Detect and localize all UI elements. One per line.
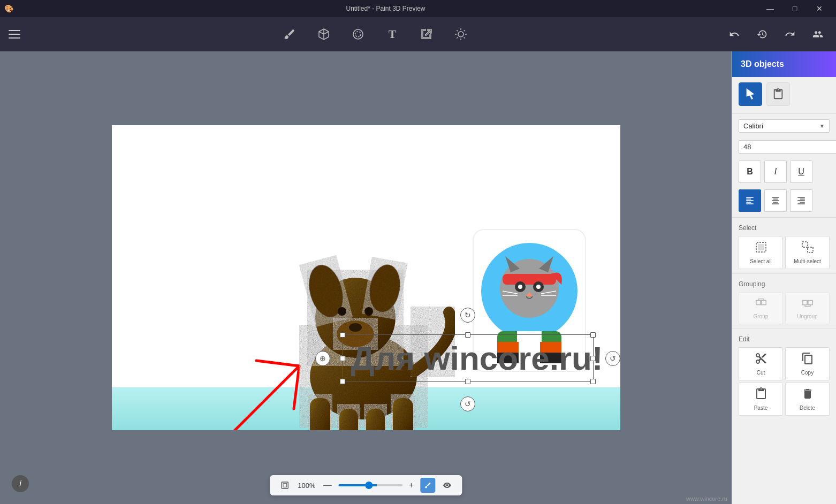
move-handle-right[interactable]: ↺	[605, 351, 620, 366]
window-title: Untitled* - Paint 3D Preview	[13, 5, 758, 12]
effects-tool[interactable]	[450, 24, 472, 45]
brush-tool[interactable]	[279, 24, 300, 45]
minimize-button[interactable]: —	[758, 0, 782, 17]
status-bar: 100% — +	[270, 475, 462, 495]
window-controls: — □ ✕	[758, 0, 832, 17]
select-grid: Select all Multi-select	[739, 236, 830, 269]
panel-header: 3D objects	[732, 51, 836, 77]
close-button[interactable]: ✕	[807, 0, 832, 17]
select-all-button[interactable]: Select all	[739, 236, 783, 269]
paint-mode-button[interactable]	[420, 478, 435, 493]
svg-point-24	[518, 285, 522, 289]
handle-top-right[interactable]	[590, 332, 596, 338]
svg-point-2	[458, 32, 463, 37]
svg-point-25	[536, 285, 541, 289]
zoom-label: 100%	[297, 482, 317, 490]
select-mode-button[interactable]	[739, 82, 762, 106]
redo-button[interactable]	[780, 25, 800, 44]
ungroup-button[interactable]: Ungroup	[785, 292, 830, 324]
frame-icon-btn[interactable]	[277, 478, 292, 493]
italic-button[interactable]: I	[764, 161, 787, 183]
svg-point-1	[355, 32, 361, 37]
delete-button[interactable]: Delete	[785, 383, 830, 416]
align-right-button[interactable]	[790, 189, 812, 212]
svg-rect-43	[756, 300, 760, 304]
history-button[interactable]	[753, 25, 772, 44]
handle-mid-right[interactable]	[590, 356, 596, 361]
group-label: Group	[754, 314, 769, 319]
svg-rect-45	[802, 300, 807, 304]
align-center-button[interactable]	[764, 189, 787, 212]
rotate-handle-top[interactable]: ↻	[460, 308, 475, 323]
watermark: www.wincore.ru	[686, 495, 727, 502]
handle-mid-left[interactable]	[340, 356, 345, 361]
canvas-text[interactable]: Для wincore.ru!	[343, 335, 593, 381]
paste-icon	[755, 387, 767, 403]
select-all-label: Select all	[750, 258, 772, 264]
ungroup-label: Ungroup	[797, 314, 817, 319]
group-icon	[755, 297, 767, 311]
ungroup-icon	[802, 297, 814, 311]
font-dropdown-icon: ▼	[819, 123, 825, 129]
divider-2	[732, 217, 836, 218]
handle-bottom-right[interactable]	[590, 379, 596, 384]
handle-bottom-left[interactable]	[340, 379, 345, 384]
align-row	[739, 189, 830, 212]
svg-rect-41	[802, 242, 808, 247]
zoom-slider[interactable]	[338, 484, 402, 486]
svg-point-9	[349, 323, 362, 332]
move-handle-left[interactable]: ⊕	[315, 351, 330, 366]
svg-point-18	[500, 259, 559, 318]
multi-select-icon	[801, 241, 814, 256]
canvas-area[interactable]: ↻ ⊕ Для wincore.ru! ↺ ↺	[0, 51, 732, 504]
underline-button[interactable]: U	[790, 161, 812, 183]
font-size-input[interactable]	[739, 140, 836, 154]
text-format-row: B I U	[739, 161, 830, 183]
grouping-grid: Group Ungroup	[739, 292, 830, 324]
hamburger-menu[interactable]	[9, 26, 26, 43]
info-button[interactable]: i	[12, 475, 29, 492]
handle-bottom-center[interactable]	[465, 379, 470, 384]
zoom-in-button[interactable]: +	[407, 480, 416, 490]
grouping-section-label: Grouping	[739, 280, 830, 288]
font-name: Calibri	[743, 122, 819, 130]
cut-button[interactable]: Cut	[739, 347, 783, 380]
titlebar: 🎨 Untitled* - Paint 3D Preview — □ ✕	[0, 0, 836, 17]
undo-button[interactable]	[725, 25, 744, 44]
align-left-button[interactable]	[739, 189, 761, 212]
sticker-tool[interactable]	[347, 24, 369, 45]
main-area: ↻ ⊕ Для wincore.ru! ↺ ↺	[0, 51, 836, 504]
svg-rect-37	[282, 482, 288, 488]
text-tool[interactable]: T	[382, 24, 403, 45]
divider-1	[732, 113, 836, 114]
toolbar-right-actions	[725, 25, 827, 44]
svg-point-11	[364, 307, 373, 316]
3d-object-tool[interactable]	[313, 24, 335, 45]
group-button[interactable]: Group	[739, 292, 783, 324]
svg-rect-42	[808, 247, 813, 253]
maximize-button[interactable]: □	[782, 0, 807, 17]
paste-button[interactable]: Paste	[739, 383, 783, 416]
text-box-container[interactable]: ↻ ⊕ Для wincore.ru! ↺ ↺	[342, 334, 594, 382]
svg-point-0	[353, 29, 363, 39]
svg-rect-13	[366, 409, 385, 430]
paste-label: Paste	[754, 405, 768, 411]
svg-rect-14	[310, 398, 330, 430]
select-tool[interactable]	[416, 24, 437, 45]
multi-select-button[interactable]: Multi-select	[785, 236, 830, 269]
rotate-handle-bottom[interactable]: ↺	[460, 396, 475, 411]
account-button[interactable]	[808, 25, 827, 44]
paste-mode-button[interactable]	[766, 82, 790, 106]
font-selector[interactable]: Calibri ▼	[739, 119, 830, 133]
text-selection-box[interactable]: Для wincore.ru!	[342, 334, 594, 382]
bold-button[interactable]: B	[739, 161, 761, 183]
copy-button[interactable]: Copy	[785, 347, 830, 380]
svg-rect-44	[761, 300, 765, 304]
handle-top-left[interactable]	[340, 332, 345, 338]
canvas[interactable]: ↻ ⊕ Для wincore.ru! ↺ ↺	[112, 125, 620, 430]
visibility-button[interactable]	[439, 478, 454, 493]
select-section-label: Select	[739, 224, 830, 232]
dog-image	[256, 232, 470, 430]
zoom-out-button[interactable]: —	[321, 480, 334, 490]
handle-top-center[interactable]	[465, 332, 470, 338]
